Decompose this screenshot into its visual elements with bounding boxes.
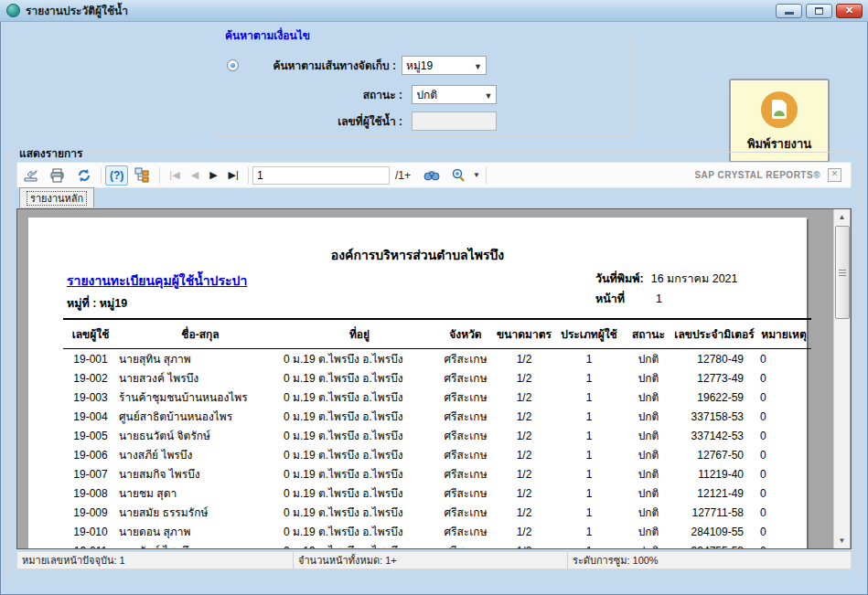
- refresh-icon[interactable]: [71, 165, 97, 186]
- user-number-input[interactable]: [412, 112, 497, 131]
- previous-page-icon[interactable]: ◀: [186, 165, 204, 186]
- minimize-icon: [785, 12, 794, 15]
- column-header: ประเภทผู้ใช้: [553, 319, 625, 349]
- table-cell: 0: [756, 388, 811, 407]
- radio-dot: [230, 63, 235, 68]
- column-header: ขนาดมาตร: [495, 319, 553, 349]
- next-page-icon[interactable]: ▶: [204, 165, 222, 186]
- maximize-button[interactable]: [806, 4, 832, 18]
- table-cell: 12767-50: [672, 445, 756, 464]
- table-cell: ศรีสะเกษ: [436, 426, 495, 445]
- close-button[interactable]: ✕: [836, 4, 863, 18]
- report-title-link[interactable]: รายงานทะเบียนคุมผู้ใช้น้ำประปา: [67, 271, 247, 291]
- export-icon[interactable]: [17, 165, 44, 186]
- scroll-down-icon[interactable]: ▼: [834, 533, 850, 548]
- table-cell: 1: [553, 426, 625, 445]
- report-page: องค์การบริหารส่วนตำบลไพรบึง รายงานทะเบีย…: [28, 218, 807, 549]
- table-cell: 1/2: [495, 407, 553, 426]
- vertical-scrollbar[interactable]: ▲ ▼: [833, 209, 850, 548]
- table-cell: ปกติ: [625, 464, 672, 483]
- table-cell: ศรีสะเกษ: [436, 445, 495, 464]
- tab-main-report[interactable]: รายงานหลัก: [19, 187, 94, 207]
- table-cell: 0: [756, 522, 811, 541]
- status-total-pages: จำนวนหน้าทั้งหมด: 1+: [294, 552, 568, 568]
- table-row: 19-003ร้านค้าชุมชนบ้านหนองไพร0 ม.19 ต.ไพ…: [63, 388, 811, 407]
- table-cell: 337142-53: [672, 426, 756, 445]
- table-cell: นายธนวัตน์ จิตรักษ์: [118, 426, 283, 445]
- table-cell: 19-002: [63, 368, 118, 388]
- zoom-icon[interactable]: [445, 165, 471, 186]
- organization-title: องค์การบริหารส่วนตำบลไพรบึง: [28, 245, 807, 265]
- page-number-input[interactable]: [252, 166, 390, 185]
- moo-line: หมู่ที่ : หมู่19: [67, 294, 127, 313]
- table-cell: นายสมกิจ ไพรบึง: [118, 464, 283, 483]
- print-icon[interactable]: [44, 165, 71, 186]
- last-page-icon[interactable]: ▶|: [223, 165, 244, 186]
- parameters-panel-icon[interactable]: (?): [105, 165, 128, 186]
- table-cell: 1/2: [495, 503, 553, 522]
- page-line: หน้าที่1: [595, 290, 662, 308]
- page-total-label: /1+: [395, 169, 411, 182]
- table-cell: 1: [553, 483, 625, 503]
- zoom-dropdown-icon[interactable]: ▼: [471, 165, 482, 186]
- table-cell: 19-011: [63, 541, 118, 549]
- table-cell: 0: [756, 407, 811, 426]
- first-page-icon[interactable]: |◀: [164, 165, 185, 186]
- table-cell: 0 ม.19 ต.ไพรบึง อ.ไพรบึง: [283, 522, 436, 541]
- table-cell: 1: [553, 522, 625, 541]
- table-cell: 337158-53: [672, 407, 756, 426]
- table-cell: นายสมัย ธรรมรักษ์: [118, 503, 283, 522]
- table-cell: นายสวงค์ ไพรบึง: [118, 368, 283, 388]
- route-label: ค้นหาตามเส้นทางจัดเก็บ :: [239, 57, 396, 74]
- table-cell: 1: [553, 464, 625, 483]
- table-cell: 1: [553, 349, 625, 369]
- table-cell: 19-006: [63, 445, 118, 464]
- table-cell: 0 ม.19 ต.ไพรบึง อ.ไพรบึง: [283, 388, 436, 407]
- table-cell: ปกติ: [625, 426, 672, 445]
- print-date-line: วันที่พิมพ์:16 มกราคม 2021: [595, 270, 738, 288]
- table-cell: ศรีสะเกษ: [436, 388, 495, 407]
- table-cell: ปกติ: [625, 541, 672, 549]
- status-zoom-level: ระดับการซูม: 100%: [568, 552, 851, 568]
- table-row: 19-004ศูนย์สาธิตบ้านหนองไพร0 ม.19 ต.ไพรบ…: [63, 407, 811, 426]
- find-icon[interactable]: [418, 165, 445, 186]
- viewer-group-title: แสดงรายการ: [16, 144, 86, 162]
- table-cell: ศรีสะเกษ: [436, 368, 495, 388]
- scrollbar-thumb[interactable]: [835, 226, 850, 319]
- column-header: หมายเหตุ: [756, 319, 811, 349]
- status-combobox[interactable]: ปกติ ▼: [412, 85, 497, 104]
- table-cell: 284109-55: [672, 522, 756, 541]
- parameters-glyph: (?): [110, 169, 123, 182]
- table-cell: 1/2: [495, 483, 553, 503]
- table-cell: 19-010: [63, 522, 118, 541]
- minimize-button[interactable]: [776, 4, 802, 18]
- table-cell: ศรีสะเกษ: [436, 483, 495, 503]
- table-cell: ปกติ: [625, 407, 672, 426]
- table-cell: 0 ม.19 ต.ไพรบึง อ.ไพรบึง: [283, 426, 436, 445]
- page-value: 1: [656, 292, 662, 305]
- viewer-status-bar: หมายเลขหน้าปัจจุบัน: 1 จำนวนหน้าทั้งหมด:…: [16, 551, 852, 569]
- route-combobox[interactable]: หมู่19 ▼: [402, 56, 487, 75]
- group-tree-icon[interactable]: [128, 165, 155, 186]
- route-radio-button[interactable]: [227, 59, 239, 71]
- scroll-up-icon[interactable]: ▲: [834, 209, 850, 225]
- table-cell: 12121-49: [672, 483, 756, 503]
- table-cell: 19-004: [63, 407, 118, 426]
- table-cell: 19-008: [63, 483, 118, 503]
- table-cell: 1: [553, 388, 625, 407]
- table-cell: ศรีสะเกษ: [436, 349, 495, 369]
- table-cell: 19-005: [63, 426, 118, 445]
- table-cell: 1: [553, 541, 625, 549]
- table-row: 19-010นายดอน สุภาพ0 ม.19 ต.ไพรบึง อ.ไพรบ…: [63, 522, 811, 541]
- print-report-button[interactable]: พิมพ์รายงาน: [729, 79, 830, 163]
- viewer-close-icon[interactable]: ✕: [828, 168, 841, 182]
- table-row: 19-006นางสภีย์ ไพรบึง0 ม.19 ต.ไพรบึง อ.ไ…: [63, 445, 811, 464]
- table-cell: ปกติ: [625, 522, 672, 541]
- table-cell: ปกติ: [625, 445, 672, 464]
- table-row: 19-008นายชม สุดา0 ม.19 ต.ไพรบึง อ.ไพรบึง…: [63, 483, 811, 503]
- table-cell: 1: [553, 445, 625, 464]
- report-image-icon: [761, 91, 798, 128]
- route-combobox-value: หมู่19: [406, 57, 433, 74]
- status-combobox-value: ปกติ: [416, 86, 437, 103]
- table-cell: 0 ม.19 ต.ไพรบึง อ.ไพรบึง: [283, 445, 436, 464]
